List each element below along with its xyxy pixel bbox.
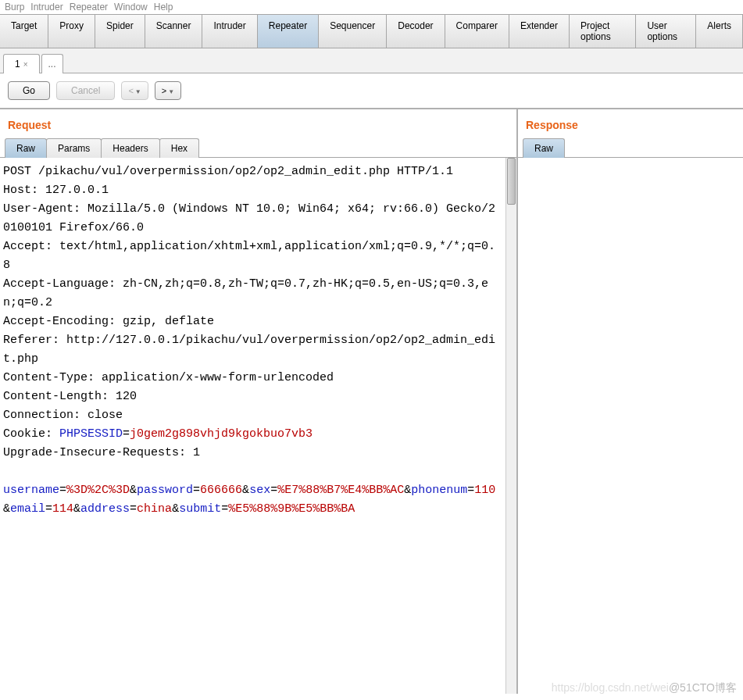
request-view-hex[interactable]: Hex bbox=[159, 138, 199, 158]
menu-burp[interactable]: Burp bbox=[5, 2, 24, 12]
tab-alerts[interactable]: Alerts bbox=[696, 15, 743, 48]
response-view-tabs: Raw bbox=[518, 138, 743, 158]
response-content-wrap bbox=[518, 158, 743, 694]
tab-user-options[interactable]: User options bbox=[636, 15, 696, 48]
toolbar: Go Cancel <▼ >▼ bbox=[0, 73, 743, 109]
tab-target[interactable]: Target bbox=[0, 15, 48, 48]
tab-scanner[interactable]: Scanner bbox=[145, 15, 203, 48]
chevron-right-icon: > bbox=[162, 86, 166, 95]
menu-help[interactable]: Help bbox=[154, 2, 173, 12]
vertical-scrollbar[interactable] bbox=[505, 158, 516, 694]
close-icon[interactable]: × bbox=[23, 60, 28, 69]
panes: Request RawParamsHeadersHex POST /pikach… bbox=[0, 109, 743, 694]
main-tabs: TargetProxySpiderScannerIntruderRepeater… bbox=[0, 14, 743, 48]
menu-intruder[interactable]: Intruder bbox=[30, 2, 63, 12]
next-button[interactable]: >▼ bbox=[155, 81, 181, 100]
request-title: Request bbox=[0, 109, 516, 138]
tab-project-options[interactable]: Project options bbox=[570, 15, 636, 48]
tab-sequencer[interactable]: Sequencer bbox=[319, 15, 387, 48]
response-title: Response bbox=[518, 109, 743, 138]
repeater-tab-1[interactable]: 1× bbox=[3, 54, 40, 73]
scroll-thumb[interactable] bbox=[507, 158, 516, 205]
add-tab-button[interactable]: ... bbox=[41, 54, 63, 73]
menubar: BurpIntruderRepeaterWindowHelp bbox=[0, 0, 743, 14]
menu-window[interactable]: Window bbox=[114, 2, 148, 12]
tab-decoder[interactable]: Decoder bbox=[387, 15, 445, 48]
response-raw-content[interactable] bbox=[518, 158, 743, 694]
repeater-sub-tabs: 1×... bbox=[0, 48, 743, 73]
cancel-button[interactable]: Cancel bbox=[56, 81, 115, 100]
prev-button[interactable]: <▼ bbox=[121, 81, 148, 100]
request-raw-content[interactable]: POST /pikachu/vul/overpermission/op2/op2… bbox=[0, 158, 505, 694]
tab-extender[interactable]: Extender bbox=[509, 15, 570, 48]
tab-repeater[interactable]: Repeater bbox=[258, 15, 319, 48]
tab-intruder[interactable]: Intruder bbox=[202, 15, 257, 48]
request-view-tabs: RawParamsHeadersHex bbox=[0, 138, 516, 158]
request-view-params[interactable]: Params bbox=[46, 138, 102, 158]
dropdown-icon: ▼ bbox=[135, 88, 141, 95]
tab-spider[interactable]: Spider bbox=[95, 15, 145, 48]
request-view-headers[interactable]: Headers bbox=[101, 138, 159, 158]
request-view-raw[interactable]: Raw bbox=[5, 138, 47, 158]
chevron-left-icon: < bbox=[128, 86, 133, 95]
response-pane: Response Raw bbox=[518, 109, 743, 694]
go-button[interactable]: Go bbox=[8, 81, 50, 100]
response-view-raw[interactable]: Raw bbox=[523, 138, 565, 158]
tab-comparer[interactable]: Comparer bbox=[445, 15, 509, 48]
dropdown-icon: ▼ bbox=[168, 88, 174, 95]
request-pane: Request RawParamsHeadersHex POST /pikach… bbox=[0, 109, 518, 694]
tab-proxy[interactable]: Proxy bbox=[48, 15, 95, 48]
watermark: https://blog.csdn.net/wei@51CTO博客 bbox=[552, 681, 737, 694]
request-content-wrap: POST /pikachu/vul/overpermission/op2/op2… bbox=[0, 158, 516, 694]
menu-repeater[interactable]: Repeater bbox=[70, 2, 108, 12]
